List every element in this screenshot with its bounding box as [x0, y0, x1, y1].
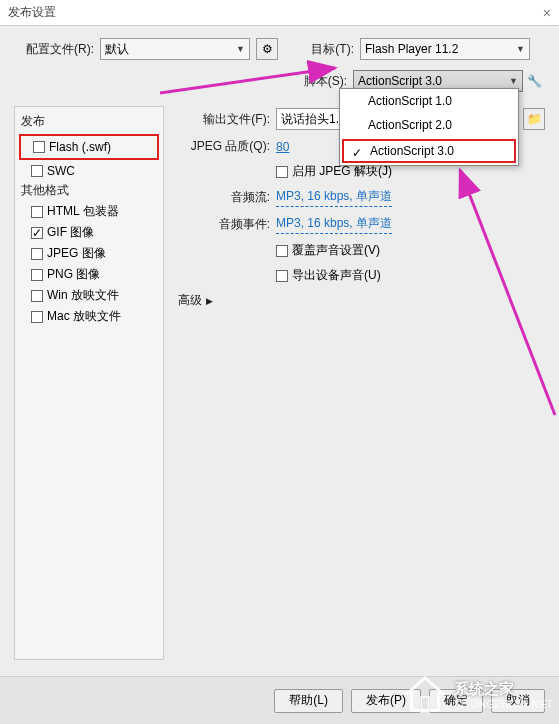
close-icon[interactable]: ×	[543, 5, 551, 21]
sidebar-item-swc[interactable]: SWC	[15, 162, 163, 180]
checkbox-icon[interactable]	[31, 206, 43, 218]
script-option-as1[interactable]: ActionScript 1.0	[340, 89, 518, 113]
svg-rect-4	[421, 697, 429, 710]
sidebar-item-flash[interactable]: Flash (.swf)	[31, 138, 157, 156]
profile-label: 配置文件(R):	[14, 41, 94, 58]
folder-icon: 📁	[527, 112, 542, 126]
jpeg-quality-label: JPEG 品质(Q):	[178, 138, 270, 155]
window-title: 发布设置	[8, 4, 56, 21]
profile-value: 默认	[105, 41, 129, 58]
script-settings-button[interactable]: 🔧	[523, 70, 545, 92]
checkbox-icon[interactable]	[276, 245, 288, 257]
watermark-sub: XITONGZHIJIA.NET	[454, 699, 554, 710]
audio-event-label: 音频事件:	[178, 216, 270, 233]
script-option-as3[interactable]: ✓ ActionScript 3.0	[342, 139, 516, 163]
target-label: 目标(T):	[294, 41, 354, 58]
watermark: 系统之家 XITONGZHIJIA.NET	[402, 672, 554, 718]
sidebar-item-jpeg[interactable]: JPEG 图像	[15, 243, 163, 264]
checkbox-icon[interactable]	[31, 311, 43, 323]
checkbox-icon[interactable]	[33, 141, 45, 153]
checkbox-icon[interactable]	[276, 270, 288, 282]
checkbox-icon[interactable]	[31, 165, 43, 177]
wrench-icon: 🔧	[527, 74, 542, 88]
sidebar: 发布 Flash (.swf) SWC 其他格式 HTML 包装器 ✓ GIF …	[14, 106, 164, 660]
output-label: 输出文件(F):	[178, 111, 270, 128]
check-icon: ✓	[352, 146, 362, 160]
audio-event-link[interactable]: MP3, 16 kbps, 单声道	[276, 215, 392, 234]
sidebar-item-png[interactable]: PNG 图像	[15, 264, 163, 285]
chevron-down-icon: ▼	[236, 44, 245, 54]
chevron-down-icon: ▼	[509, 76, 518, 86]
sidebar-item-gif[interactable]: ✓ GIF 图像	[15, 222, 163, 243]
browse-button[interactable]: 📁	[523, 108, 545, 130]
checkbox-icon[interactable]	[31, 290, 43, 302]
advanced-toggle[interactable]: 高级 ▶	[178, 292, 545, 309]
profile-dropdown[interactable]: 默认 ▼	[100, 38, 250, 60]
house-icon	[402, 672, 448, 718]
script-options-menu: ActionScript 1.0 ActionScript 2.0 ✓ Acti…	[339, 88, 519, 166]
sidebar-item-win[interactable]: Win 放映文件	[15, 285, 163, 306]
checkbox-icon[interactable]	[276, 166, 288, 178]
sidebar-publish-header: 发布	[15, 111, 163, 132]
override-sound-label: 覆盖声音设置(V)	[292, 242, 380, 259]
checkbox-icon[interactable]: ✓	[31, 227, 43, 239]
titlebar: 发布设置 ×	[0, 0, 559, 26]
audio-stream-link[interactable]: MP3, 16 kbps, 单声道	[276, 188, 392, 207]
checkbox-icon[interactable]	[31, 248, 43, 260]
target-value: Flash Player 11.2	[365, 42, 458, 56]
chevron-down-icon: ▼	[516, 44, 525, 54]
script-value: ActionScript 3.0	[358, 74, 442, 88]
export-device-sound-label: 导出设备声音(U)	[292, 267, 381, 284]
profile-settings-button[interactable]: ⚙	[256, 38, 278, 60]
triangle-right-icon: ▶	[206, 296, 213, 306]
gear-icon: ⚙	[262, 42, 273, 56]
watermark-text: 系统之家	[454, 680, 514, 697]
help-button[interactable]: 帮助(L)	[274, 689, 343, 713]
script-option-as2[interactable]: ActionScript 2.0	[340, 113, 518, 137]
audio-stream-label: 音频流:	[178, 189, 270, 206]
target-dropdown[interactable]: Flash Player 11.2 ▼	[360, 38, 530, 60]
sidebar-other-header: 其他格式	[15, 180, 163, 201]
script-label: 脚本(S):	[287, 73, 347, 90]
jpeg-quality-value[interactable]: 80	[276, 140, 289, 154]
sidebar-item-html[interactable]: HTML 包装器	[15, 201, 163, 222]
checkbox-icon[interactable]	[31, 269, 43, 281]
content-panel: 输出文件(F): 说话抬头1.swf 📁 JPEG 品质(Q): 80 启用 J…	[178, 106, 545, 660]
sidebar-item-mac[interactable]: Mac 放映文件	[15, 306, 163, 327]
annotation-highlight: Flash (.swf)	[19, 134, 159, 160]
